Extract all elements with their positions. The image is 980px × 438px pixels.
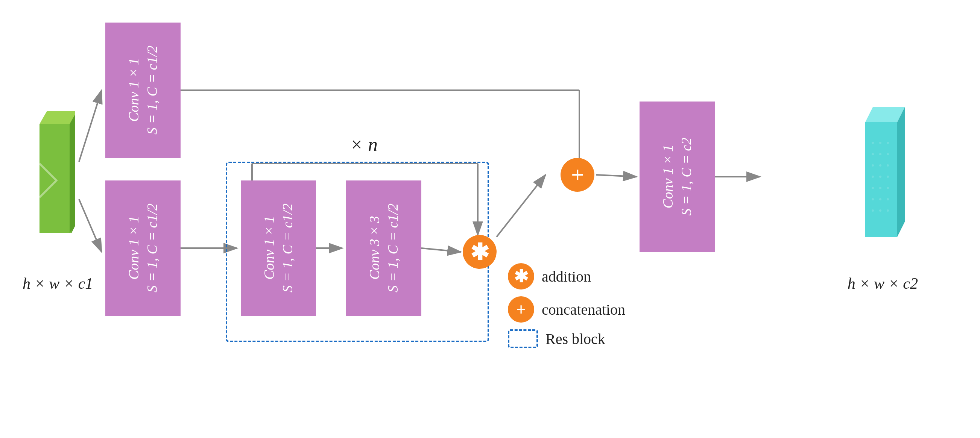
op-plus-symbol: + [571,162,584,188]
input-label: h × w × c1 [22,275,93,292]
conv-block-top-left: Conv 1×1S = 1, C = c1/2 [105,22,181,158]
conv-label-mid-left: Conv 1×1S = 1, C = c1/2 [260,203,297,292]
svg-line-3 [79,199,102,252]
times-n-label: × n [350,133,378,156]
conv-block-mid-left: Conv 1×1S = 1, C = c1/2 [241,181,316,316]
svg-point-28 [879,153,881,155]
op-plus-circle: + [560,158,594,192]
conv-block-mid-right: Conv 3×3S = 1, C = c1/2 [346,181,422,316]
green-block-chevron [34,105,75,248]
conv-label-bottom-left: Conv 1×1S = 1, C = c1/2 [124,203,162,292]
svg-point-25 [879,142,881,144]
svg-marker-18 [40,111,75,124]
svg-point-43 [879,209,881,212]
diagram-container: Conv 1×1S = 1, C = c1/2 Conv 1×1S = 1, C… [0,0,980,438]
svg-point-29 [887,153,889,155]
output-label: h × w × c2 [848,275,918,292]
svg-point-35 [887,176,889,178]
legend-addition-label: addition [542,268,591,286]
svg-point-40 [879,198,881,200]
svg-marker-23 [897,107,905,237]
svg-point-33 [872,176,874,178]
legend-star-symbol: ✱ [514,266,528,286]
svg-line-9 [496,175,546,237]
conv-label-mid-right: Conv 3×3S = 1, C = c1/2 [365,203,402,292]
legend-item-addition: ✱ addition [508,263,625,289]
svg-point-32 [887,164,889,167]
svg-point-44 [887,209,889,212]
svg-marker-21 [865,122,897,237]
op-star-symbol: ✱ [470,239,489,265]
output-block [860,102,905,252]
svg-point-41 [887,198,889,200]
svg-point-38 [887,187,889,189]
svg-line-13 [596,175,636,177]
legend-res-block-label: Res block [546,330,605,348]
svg-point-27 [872,153,874,155]
legend-concatenation-label: concatenation [542,301,625,319]
svg-point-39 [872,198,874,200]
svg-point-30 [872,164,874,167]
conv-label-right: Conv 1×1S = 1, C = c2 [659,138,696,216]
svg-point-24 [872,142,874,144]
conv-block-right: Conv 1×1S = 1, C = c2 [640,102,715,252]
op-star-circle: ✱ [463,235,496,269]
svg-line-2 [79,90,102,162]
legend-item-res-block: Res block [508,329,625,348]
legend-plus-circle: + [508,296,534,322]
svg-point-42 [872,209,874,212]
svg-point-34 [879,176,881,178]
conv-label-top-left: Conv 1×1S = 1, C = c1/2 [124,46,162,135]
legend-star-circle: ✱ [508,263,534,289]
legend: ✱ addition + concatenation Res block [508,263,625,348]
svg-point-26 [887,142,889,144]
conv-block-bottom-left: Conv 1×1S = 1, C = c1/2 [105,181,181,316]
legend-plus-symbol: + [516,300,526,320]
legend-res-box [508,329,538,348]
svg-point-36 [872,187,874,189]
svg-point-37 [879,187,881,189]
legend-item-concatenation: + concatenation [508,296,625,322]
svg-point-31 [879,164,881,167]
svg-marker-20 [70,111,75,233]
